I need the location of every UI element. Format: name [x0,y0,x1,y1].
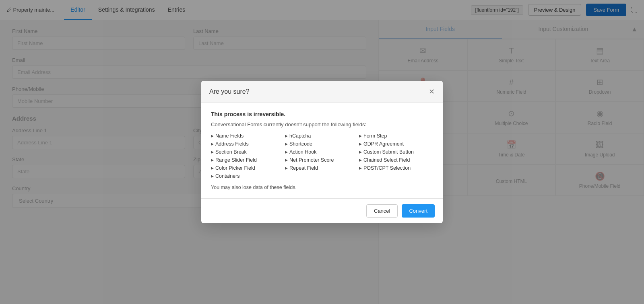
modal-fields-list: Name FieldshCaptchaForm StepAddress Fiel… [211,133,433,179]
unsupported-field-item: Color Picker Field [211,165,285,171]
modal-body: This process is irreversible. Conversati… [201,103,443,198]
unsupported-field-item: hCaptcha [285,133,359,139]
unsupported-field-item: Shortcode [285,141,359,147]
modal-description: Conversational Forms currently doesn't s… [211,121,433,127]
modal-title: Are you sure? [209,88,250,95]
modal-warning: This process is irreversible. [211,111,433,117]
modal-dialog: Are you sure? ✕ This process is irrevers… [201,81,443,223]
modal-close-button[interactable]: ✕ [429,87,435,96]
unsupported-field-item: Range Slider Field [211,157,285,163]
unsupported-field-item: Repeat Field [285,165,359,171]
unsupported-field-item: Chained Select Field [359,157,433,163]
unsupported-field-item: Net Promoter Score [285,157,359,163]
cancel-button[interactable]: Cancel [366,204,398,218]
modal-header: Are you sure? ✕ [201,81,443,103]
unsupported-field-item: POST/CPT Selection [359,165,433,171]
unsupported-field-item: GDPR Agreement [359,141,433,147]
unsupported-field-item: Section Break [211,149,285,155]
unsupported-field-item: Custom Submit Button [359,149,433,155]
convert-button[interactable]: Convert [402,204,435,218]
unsupported-field-item: Action Hook [285,149,359,155]
modal-footer: Cancel Convert [201,198,443,223]
modal-note: You may also lose data of these fields. [211,185,433,190]
unsupported-field-item: Form Step [359,133,433,139]
unsupported-field-item: Name Fields [211,133,285,139]
unsupported-field-item: Containers [211,173,285,179]
modal-overlay[interactable]: Are you sure? ✕ This process is irrevers… [0,0,644,304]
unsupported-field-item: Address Fields [211,141,285,147]
